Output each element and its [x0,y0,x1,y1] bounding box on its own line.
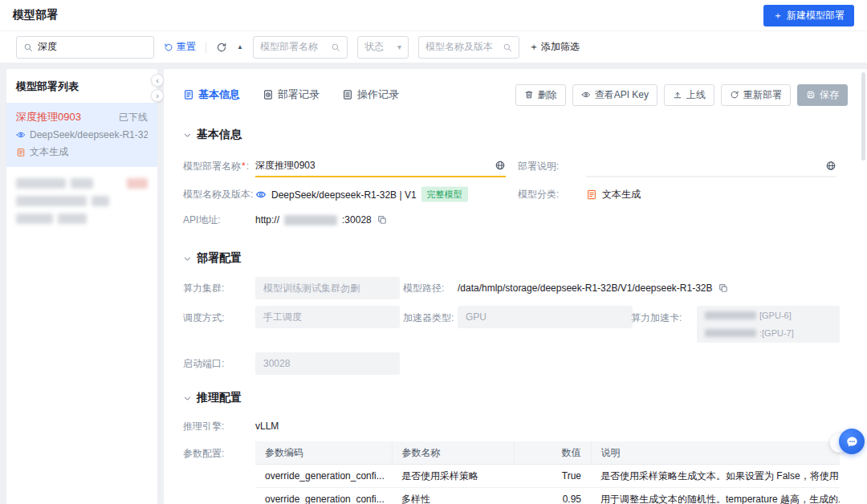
detail-tabs: 基本信息 部署记录 操作记录 删除 查看API Key [183,83,848,106]
detail-panel: 基本信息 部署记录 操作记录 删除 查看API Key [164,69,867,504]
accelerator-type-label: 加速器类型: [403,311,454,325]
col-description: 说明 [591,441,840,465]
table-header-row: 参数编码 参数名称 数值 说明 [255,441,840,465]
cluster-label: 算力集群: [183,282,224,295]
model-path-label: 模型路径: [403,282,444,295]
globe-icon[interactable] [495,160,506,171]
category-icon [586,189,597,200]
accelerator-type-input[interactable]: GPU [458,306,633,328]
globe-icon[interactable] [825,161,836,172]
chevron-down-icon: ▾ [397,43,401,51]
copy-icon[interactable] [377,214,388,226]
app-header: 模型部署 ＋ 新建模型部署 [0,0,867,30]
deployment-list-item[interactable]: 深度推理0903 已下线 DeepSeek/deepseek-R1-32... … [6,103,157,167]
form-row: 参数配置: 参数编码 参数名称 数值 说明 override_generatio… [183,441,848,504]
upload-icon [673,90,682,100]
deployment-name-label: 模型部署名称*: [183,160,249,173]
scrollbar[interactable] [861,72,865,161]
redeploy-button[interactable]: 重新部署 [721,84,791,106]
cell-description: 是否使用采样策略生成文本。如果设置为 False，将使用 ... [591,465,840,488]
schedule-input[interactable]: 手工调度 [255,306,400,328]
category-value: 文本生成 [586,188,641,201]
sidebar-expand-button[interactable]: › [151,89,164,102]
copy-icon[interactable] [718,282,729,294]
params-label: 参数配置: [183,447,224,461]
deployment-name-filter-placeholder: 模型部署名称 [260,40,318,54]
status-select[interactable]: 状态 ▾ [357,36,409,59]
form-row: 调度方式: 手工调度 加速器类型: GPU 算力加速卡: [GPU-6] :[G… [183,302,848,347]
cell-description: 用于调整生成文本的随机性。temperature 越高，生成的... [591,488,840,504]
tab-operation-records[interactable]: 操作记录 [342,87,399,102]
deployment-item-category: 文本生成 [30,145,68,159]
add-filter-button[interactable]: ＋ 添加筛选 [529,40,580,54]
deployment-item-model: DeepSeek/deepseek-R1-32... [30,129,148,140]
doc-clock-icon [263,89,274,100]
tab-deployment-records[interactable]: 部署记录 [263,87,320,102]
plus-icon: ＋ [529,40,539,54]
section-deploy-config[interactable]: 部署配置 [183,250,848,266]
save-button[interactable]: 保存 [797,84,848,106]
cell-value: True [514,465,591,488]
sidebar-collapse-controls: ‹ › [151,74,164,102]
section-basic-info[interactable]: 基本信息 [183,127,848,143]
form-row: 启动端口: 30028 [183,350,848,377]
cluster-input[interactable]: 模型训练测试集群勿删 [255,277,400,299]
required-mark: * [242,161,246,172]
reset-icon [164,43,173,52]
port-input[interactable]: 30028 [255,352,400,375]
params-table: 参数编码 参数名称 数值 说明 override_generation_conf… [255,441,840,504]
col-param-name: 参数名称 [392,441,514,465]
assistant-chat-button[interactable] [839,429,865,454]
toolbar-divider [206,42,206,53]
form-row: 模型名称及版本: DeepSeek/deepseek-R1-32B | V1 完… [183,181,848,207]
schedule-label: 调度方式: [183,311,224,325]
collapse-filters-button[interactable]: ▲ [237,43,243,51]
new-deployment-button[interactable]: ＋ 新建模型部署 [763,5,854,26]
category-icon [16,148,26,157]
search-icon [23,43,33,52]
form-row: API地址: http:// :30028 [183,207,848,233]
redacted-card-name [705,329,756,337]
view-api-key-button[interactable]: 查看API Key [572,84,657,106]
deployment-item-name: 深度推理0903 [16,110,81,124]
deployment-desc-input[interactable] [586,156,836,177]
online-button[interactable]: 上线 [664,84,714,106]
redo-icon [730,90,739,100]
table-row[interactable]: override_generation_confi... 多样性 0.95 用于… [255,488,840,504]
chevron-down-icon [183,254,192,263]
reset-label: 重置 [177,40,196,54]
model-version-filter-placeholder: 模型名称及版本 [425,40,493,54]
refresh-button[interactable] [216,42,227,53]
search-input[interactable]: 深度 [16,36,154,59]
model-badge: 完整模型 [421,187,468,202]
sidebar-collapse-button[interactable]: ‹ [151,74,164,87]
chat-bubble-icon [845,435,859,449]
engine-value: vLLM [255,421,279,432]
trash-icon [524,90,534,100]
search-icon [503,43,512,52]
delete-button[interactable]: 删除 [515,84,566,106]
model-version-value: DeepSeek/deepseek-R1-32B | V1 完整模型 [255,187,468,202]
deployment-list-sidebar: ‹ › 模型部署列表 深度推理0903 已下线 DeepSeek/deepsee… [6,69,157,504]
reset-button[interactable]: 重置 [164,40,196,54]
action-buttons: 删除 查看API Key 上线 重新部署 保存 [515,84,848,106]
deployment-list-item-redacted[interactable] [6,167,157,235]
table-row[interactable]: override_generation_confi... 是否使用采样策略 Tr… [255,465,840,488]
redacted-host [284,215,337,226]
model-icon [255,189,267,200]
tab-label: 基本信息 [198,87,240,102]
form-row: 模型部署名称*: 深度推理0903 部署说明: [183,151,848,181]
engine-label: 推理引擎: [183,420,224,433]
tab-basic-info[interactable]: 基本信息 [183,87,240,102]
accelerator-card-label: 算力加速卡: [631,311,682,325]
deployment-name-input[interactable]: 深度推理0903 [255,155,506,177]
deployment-name-filter-input[interactable]: 模型部署名称 [253,36,348,59]
cell-value: 0.95 [514,488,591,504]
model-version-filter-input[interactable]: 模型名称及版本 [418,36,519,59]
status-placeholder: 状态 [364,40,384,54]
cell-param-name: 是否使用采样策略 [392,465,514,488]
section-inference-config[interactable]: 推理配置 [183,390,848,406]
chevron-down-icon [183,394,192,403]
api-address-value: http:// :30028 [255,214,388,226]
search-value: 深度 [38,40,57,54]
